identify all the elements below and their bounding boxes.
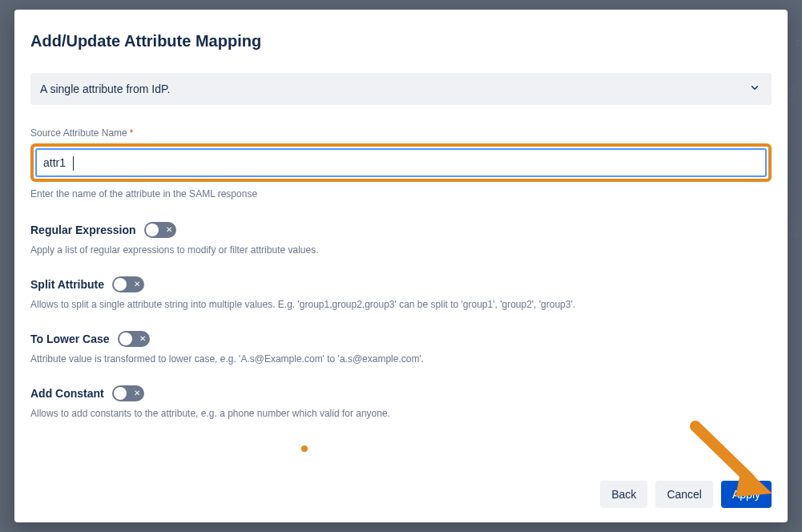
svg-line-1 xyxy=(695,426,750,479)
required-asterisk: * xyxy=(130,127,134,139)
modal-backdrop: . P d e s fo Add/Update Attribute Mappin… xyxy=(0,0,802,532)
chevron-down-icon xyxy=(749,83,760,96)
split-attribute-toggle[interactable]: ✕ xyxy=(112,276,144,292)
option-desc: Allows to add constants to the attribute… xyxy=(30,408,772,419)
toggle-knob-icon xyxy=(114,278,127,291)
regular-expression-toggle[interactable]: ✕ xyxy=(144,222,176,238)
toggle-knob-icon xyxy=(119,332,132,345)
annotation-dot-icon xyxy=(301,445,308,452)
mapping-type-select[interactable]: A single attribute from IdP. xyxy=(30,73,772,105)
close-icon: ✕ xyxy=(139,335,146,343)
close-icon: ✕ xyxy=(134,389,140,397)
source-attribute-input[interactable] xyxy=(35,148,767,177)
option-title: Add Constant xyxy=(30,387,104,400)
add-constant-toggle[interactable]: ✕ xyxy=(112,385,144,401)
modal-title: Add/Update Attribute Mapping xyxy=(30,32,772,50)
mapping-type-selected-value: A single attribute from IdP. xyxy=(40,83,170,95)
back-button[interactable]: Back xyxy=(600,481,647,508)
cancel-button[interactable]: Cancel xyxy=(655,481,713,508)
modal-footer: Back Cancel Apply xyxy=(600,481,772,508)
source-attribute-highlight xyxy=(30,143,772,182)
close-icon: ✕ xyxy=(166,226,172,234)
option-desc: Allows to split a single attribute strin… xyxy=(30,299,772,310)
option-regular-expression: Regular Expression ✕ Apply a list of reg… xyxy=(30,222,772,256)
option-split-attribute: Split Attribute ✕ Allows to split a sing… xyxy=(30,276,772,310)
option-title: Regular Expression xyxy=(30,224,136,236)
attribute-mapping-modal: Add/Update Attribute Mapping A single at… xyxy=(14,10,788,522)
toggle-knob-icon xyxy=(146,224,159,236)
toggle-knob-icon xyxy=(114,387,127,400)
bg-fragment: . P xyxy=(790,38,802,50)
option-add-constant: Add Constant ✕ Allows to add constants t… xyxy=(30,385,772,419)
option-to-lower-case: To Lower Case ✕ Attribute value is trans… xyxy=(30,331,772,365)
bg-fragment: s fo xyxy=(790,218,802,240)
option-title: Split Attribute xyxy=(30,278,104,291)
label-text: Source Attribute Name xyxy=(30,127,127,139)
option-desc: Apply a list of regular expressions to m… xyxy=(30,244,772,256)
to-lower-case-toggle[interactable]: ✕ xyxy=(118,331,150,347)
apply-button[interactable]: Apply xyxy=(721,481,772,508)
option-title: To Lower Case xyxy=(30,332,110,345)
source-attribute-hint: Enter the name of the attribute in the S… xyxy=(30,188,772,200)
close-icon: ✕ xyxy=(134,280,140,288)
source-attribute-label: Source Attribute Name * xyxy=(30,127,772,139)
option-desc: Attribute value is transformed to lower … xyxy=(30,353,772,365)
bg-fragment: d e xyxy=(790,83,802,106)
